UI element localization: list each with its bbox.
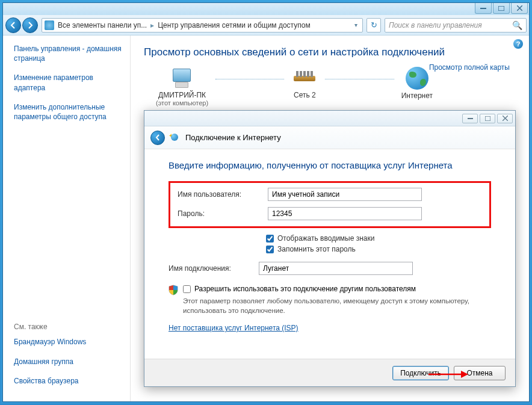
search-input[interactable]: Поиск в панели управления 🔍 bbox=[385, 18, 527, 32]
sidebar-link-homegroup[interactable]: Домашняя группа bbox=[14, 357, 122, 366]
search-icon: 🔍 bbox=[512, 20, 522, 30]
sidebar-link-adapter[interactable]: Изменение параметров адаптера bbox=[14, 73, 122, 92]
sidebar-link-firewall[interactable]: Брандмауэр Windows bbox=[14, 337, 122, 347]
node-label: ДМИТРИЙ-ПК bbox=[156, 91, 208, 99]
help-icon[interactable]: ? bbox=[513, 39, 523, 49]
maximize-button[interactable] bbox=[493, 3, 510, 14]
network-node-pc: ДМИТРИЙ-ПК (этот компьютер) bbox=[156, 67, 208, 107]
minimize-button[interactable] bbox=[475, 3, 492, 14]
dialog-header: ✦ Подключение к Интернету bbox=[144, 126, 515, 149]
password-input[interactable] bbox=[268, 207, 422, 220]
breadcrumb-segment[interactable]: Центр управления сетями и общим доступом bbox=[158, 21, 311, 29]
sidebar-link-browser[interactable]: Свойства браузера bbox=[14, 376, 122, 386]
svg-rect-1 bbox=[498, 6, 504, 11]
address-bar[interactable]: Все элементы панели уп... ▸ Центр управл… bbox=[42, 18, 363, 32]
connection-name-input[interactable] bbox=[259, 262, 413, 275]
connect-internet-icon: ✦ bbox=[171, 132, 182, 143]
window-titlebar bbox=[3, 3, 529, 15]
sidebar: Панель управления - домашняя страница Из… bbox=[3, 36, 131, 401]
dialog-footer: Подключить Отмена bbox=[144, 359, 515, 386]
full-map-link[interactable]: Просмотр полной карты bbox=[429, 63, 510, 72]
network-node-internet: Интернет bbox=[401, 67, 433, 107]
username-label: Имя пользователя: bbox=[178, 190, 268, 199]
allow-others-label: Разрешить использовать это подключение д… bbox=[194, 285, 416, 293]
connection-line bbox=[325, 79, 394, 79]
connection-name-label: Имя подключения: bbox=[169, 264, 259, 273]
allow-others-checkbox[interactable] bbox=[183, 285, 191, 293]
explorer-window: Все элементы панели уп... ▸ Центр управл… bbox=[2, 2, 530, 402]
toolbar: Все элементы панели уп... ▸ Центр управл… bbox=[3, 15, 529, 36]
connection-dialog: ✦ Подключение к Интернету Введите информ… bbox=[144, 110, 516, 387]
sidebar-link-sharing[interactable]: Изменить дополнительные параметры общего… bbox=[14, 102, 122, 122]
computer-icon bbox=[169, 67, 196, 89]
connection-line bbox=[215, 79, 284, 79]
dialog-heading: Введите информацию, полученную от постав… bbox=[169, 160, 491, 170]
address-dropdown[interactable]: ▾ bbox=[352, 22, 360, 28]
shield-icon bbox=[169, 285, 178, 295]
breadcrumb-segment[interactable]: Все элементы панели уп... bbox=[58, 21, 147, 29]
svg-rect-5 bbox=[485, 116, 490, 121]
highlight-box: Имя пользователя: Пароль: bbox=[169, 181, 491, 228]
dialog-close-button[interactable] bbox=[497, 114, 513, 123]
control-panel-icon bbox=[45, 20, 54, 30]
nav-back-button[interactable] bbox=[5, 17, 21, 33]
hub-icon bbox=[291, 67, 318, 89]
show-chars-label: Отображать вводимые знаки bbox=[277, 234, 374, 243]
callout-arrow-icon bbox=[428, 370, 468, 379]
page-title: Просмотр основных сведений о сети и наст… bbox=[144, 46, 516, 58]
remember-checkbox[interactable] bbox=[266, 246, 274, 253]
remember-label: Запомнить этот пароль bbox=[277, 245, 356, 253]
node-label: Интернет bbox=[401, 91, 433, 100]
dialog-minimize-button[interactable] bbox=[462, 114, 478, 123]
dialog-back-button[interactable] bbox=[150, 131, 165, 145]
dialog-titlebar bbox=[144, 111, 515, 126]
password-label: Пароль: bbox=[178, 209, 268, 218]
chevron-right-icon: ▸ bbox=[150, 21, 154, 29]
see-also-label: См. также bbox=[14, 323, 122, 331]
username-input[interactable] bbox=[268, 188, 422, 201]
svg-rect-4 bbox=[468, 118, 473, 119]
allow-others-hint: Этот параметр позволяет любому пользоват… bbox=[183, 297, 491, 315]
network-node-hub: Сеть 2 bbox=[291, 67, 318, 107]
node-sublabel: (этот компьютер) bbox=[156, 99, 208, 107]
network-map: ДМИТРИЙ-ПК (этот компьютер) Сеть 2 Интер… bbox=[156, 67, 433, 107]
nav-forward-button[interactable] bbox=[22, 17, 38, 33]
show-chars-checkbox[interactable] bbox=[266, 235, 274, 243]
dialog-body: Введите информацию, полученную от постав… bbox=[144, 149, 515, 359]
refresh-button[interactable]: ↻ bbox=[367, 18, 381, 32]
svg-rect-0 bbox=[480, 8, 486, 9]
dialog-maximize-button[interactable] bbox=[480, 114, 495, 123]
close-button[interactable] bbox=[511, 3, 528, 14]
no-isp-link[interactable]: Нет поставщика услуг Интернета (ISP) bbox=[169, 324, 298, 332]
search-placeholder: Поиск в панели управления bbox=[389, 21, 482, 29]
globe-icon bbox=[406, 67, 428, 90]
node-label: Сеть 2 bbox=[291, 91, 318, 99]
sidebar-link-home[interactable]: Панель управления - домашняя страница bbox=[14, 44, 122, 63]
svg-marker-9 bbox=[461, 371, 468, 378]
dialog-title-text: Подключение к Интернету bbox=[185, 133, 281, 142]
